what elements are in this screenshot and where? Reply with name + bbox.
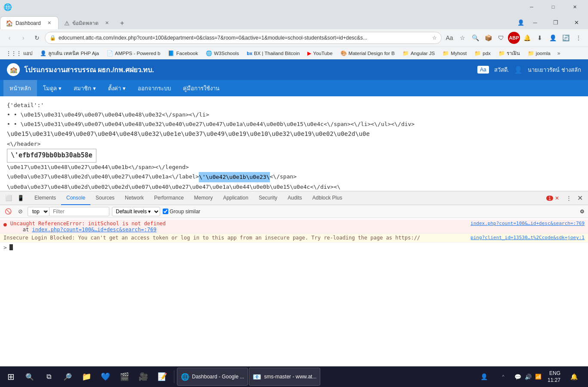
console-context-select[interactable]: top: [28, 207, 50, 216]
devtools-tab-audits[interactable]: Audits: [282, 191, 307, 205]
bookmark-joomla[interactable]: 📁 joomla: [525, 49, 553, 57]
devtools-tab-application[interactable]: Application: [218, 191, 254, 205]
star-icon[interactable]: ☆: [456, 32, 468, 44]
devtools-tab-adblock[interactable]: Adblock Plus: [307, 191, 347, 205]
devtools-tab-sources[interactable]: Sources: [90, 191, 120, 205]
taskbar-search[interactable]: 🔍: [21, 368, 39, 386]
group-similar-checkbox[interactable]: [163, 209, 168, 214]
more-icon[interactable]: ⋮: [573, 32, 585, 44]
console-level-select[interactable]: Default levels ▾: [112, 207, 160, 216]
devtools-panel: ⬜ 📱 Elements Console Sources Network Per…: [0, 191, 588, 283]
nav-item-manual[interactable]: คู่มือการใช้งาน: [177, 80, 226, 96]
devtools-error-count[interactable]: 1 ✕: [544, 194, 562, 202]
browser-restore[interactable]: ❐: [546, 15, 566, 29]
taskbar-file-explorer[interactable]: 📁: [77, 368, 96, 386]
error-link-1[interactable]: index.php?count=100&…id+desc&search=:769: [32, 227, 156, 233]
nav-item-member[interactable]: สมาชิก ▾: [68, 80, 102, 96]
extensions-icon[interactable]: Aa: [443, 32, 455, 44]
bookmark-facebook[interactable]: 📘 Facebook: [165, 49, 201, 57]
nav-menu: หน้าหลัก โมดูล ▾ สมาชิก ▾ ตั้งค่า ▾ ออกจ…: [0, 80, 588, 96]
browser-minimize[interactable]: ─: [525, 15, 545, 29]
back-button[interactable]: ‹: [3, 32, 15, 44]
minimize-button[interactable]: ─: [522, 0, 542, 14]
group-similar-checkbox-label[interactable]: Group similar: [163, 209, 200, 215]
devtools-tab-memory-label: Memory: [194, 195, 213, 201]
font-size-icon[interactable]: Aa: [477, 66, 489, 74]
devtools-tab-memory[interactable]: Memory: [189, 191, 218, 205]
bookmark-bx[interactable]: bx BX | Thailand Bitcoin: [244, 50, 302, 57]
bookmark-myhost[interactable]: 📁 Myhost: [440, 49, 469, 57]
taskbar-app-dashboard[interactable]: 🌐 Dashboard - Google ...: [177, 368, 248, 386]
refresh-icon[interactable]: 🔄: [560, 32, 572, 44]
bookmark-star-icon[interactable]: ☆: [432, 35, 437, 41]
tray-person-icon[interactable]: 👤: [475, 368, 493, 386]
adblock-icon[interactable]: ABP: [508, 32, 520, 44]
nav-item-module[interactable]: โมดูล ▾: [37, 80, 68, 96]
tray-chat-icon[interactable]: 💬: [513, 372, 523, 381]
taskbar-vscode[interactable]: 💙: [96, 368, 115, 386]
new-tab-button[interactable]: +: [116, 17, 128, 29]
bookmark-apps[interactable]: ⋮⋮⋮ แอป: [3, 49, 35, 58]
devtools-more-icon[interactable]: ⋮: [563, 193, 574, 203]
account-icon[interactable]: 👤: [547, 32, 559, 44]
taskbar-clock[interactable]: ENG 11:27: [546, 370, 562, 383]
close-button[interactable]: ✕: [565, 0, 585, 14]
tab-dashboard-close[interactable]: ✕: [46, 20, 53, 27]
devtools-tab-security[interactable]: Security: [254, 191, 282, 205]
taskbar-word[interactable]: 📝: [153, 368, 171, 386]
devtools-tab-performance[interactable]: Performance: [149, 191, 189, 205]
tray-network-icon[interactable]: 📶: [534, 372, 543, 381]
bookmark-php[interactable]: 👤 ลูกเต้น เทคนิค PHP Aja: [37, 49, 102, 58]
start-button[interactable]: ⊞: [2, 368, 20, 386]
console-clear-button[interactable]: 🚫: [3, 207, 13, 216]
download-icon[interactable]: 📦: [482, 32, 494, 44]
tab-error[interactable]: ⚠ ข้อมิดพลาด ✕: [59, 16, 116, 29]
translate-icon[interactable]: 🔍: [469, 32, 481, 44]
pdx-icon: 📁: [474, 50, 481, 56]
bookmarks-more-button[interactable]: »: [556, 49, 562, 57]
bookmark-ampps[interactable]: 📄 AMPPS - Powered b: [104, 49, 163, 57]
shield-icon[interactable]: 🛡: [495, 32, 507, 44]
taskbar-premiere[interactable]: 🎬: [115, 368, 133, 386]
sync-icon[interactable]: ⬇: [534, 32, 546, 44]
warning-right-link-1[interactable]: ping?client_id=13530…t%2Ccode&sdk=joey:1: [470, 235, 585, 240]
devtools-tab-console[interactable]: Console: [61, 191, 90, 205]
devtools-close-button[interactable]: ✕: [576, 192, 585, 204]
notification-icon[interactable]: 🔔: [521, 32, 533, 44]
nav-item-logout[interactable]: ออกจากระบบ: [132, 80, 177, 96]
taskbar-app-sms[interactable]: 📧 sms-master - www.at...: [249, 368, 320, 386]
console-settings-button[interactable]: ⚙: [580, 209, 585, 215]
console-input-row[interactable]: >: [0, 243, 588, 252]
bookmark-rafin[interactable]: 📁 ราเฝิน: [496, 49, 523, 58]
angular-icon: 📁: [402, 50, 409, 56]
console-filter-icon[interactable]: ⊘: [15, 207, 25, 216]
tab-error-close[interactable]: ✕: [104, 20, 111, 27]
bookmark-angular[interactable]: 📁 Angular JS: [400, 49, 437, 57]
nav-item-home[interactable]: หน้าหลัก: [3, 80, 37, 96]
tray-chevron-icon[interactable]: ^: [494, 368, 512, 386]
file-explorer-icon: 📁: [82, 372, 91, 381]
bookmark-w3schools[interactable]: 🌐 W3Schools: [203, 49, 241, 57]
browser-user-icon[interactable]: 👤: [517, 19, 524, 26]
console-filter-input[interactable]: [49, 207, 109, 216]
error-right-link-1[interactable]: index.php?count=100&…id+desc&search=:769: [470, 221, 585, 226]
tray-volume-icon[interactable]: 🔊: [523, 372, 533, 381]
browser-close[interactable]: ✕: [566, 15, 586, 29]
bookmark-pdx[interactable]: 📁 pdx: [472, 49, 493, 57]
refresh-button[interactable]: ↻: [31, 32, 43, 44]
devtools-tab-network[interactable]: Network: [120, 191, 149, 205]
devtools-tab-elements[interactable]: Elements: [29, 191, 61, 205]
taskbar-pr[interactable]: 🎥: [134, 368, 152, 386]
devtools-device-icon[interactable]: 📱: [15, 193, 26, 203]
devtools-inspect-icon[interactable]: ⬜: [3, 193, 14, 203]
notification-button[interactable]: 🔔: [565, 368, 583, 386]
bookmark-material[interactable]: 🎨 Material Design for B: [338, 49, 397, 57]
forward-button[interactable]: ›: [17, 32, 29, 44]
bookmark-youtube[interactable]: ▶ YouTube: [305, 49, 335, 57]
tab-dashboard[interactable]: 🏠 Dashboard ✕: [0, 16, 59, 29]
maximize-button[interactable]: □: [543, 0, 563, 14]
taskbar-cortana[interactable]: 🔎: [59, 368, 77, 386]
taskbar-task-view[interactable]: ⧉: [40, 368, 58, 386]
nav-item-settings[interactable]: ตั้งค่า ▾: [102, 80, 132, 96]
address-bar[interactable]: 🔒 edocument.attc-rta.com/index.php?count…: [45, 32, 442, 44]
